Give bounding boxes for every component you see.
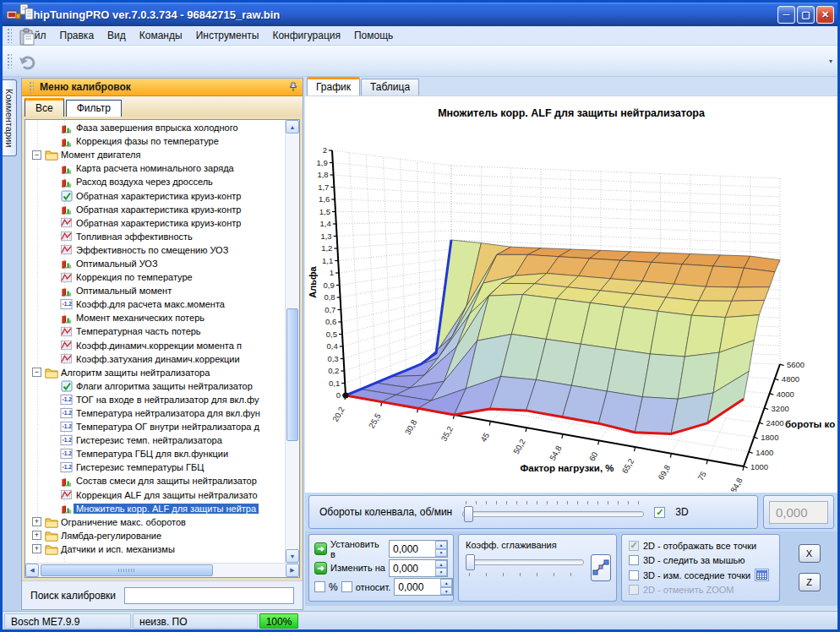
grid-table-icon[interactable] <box>755 569 769 581</box>
menu-item[interactable]: Правка <box>53 27 101 44</box>
menu-item[interactable]: Помощь <box>347 27 400 44</box>
relative-checkbox[interactable] <box>341 581 352 592</box>
set-button[interactable]: Установить в <box>330 539 385 559</box>
collapse-icon[interactable]: − <box>32 150 41 160</box>
change-arrow-icon[interactable]: ➜ <box>314 562 327 575</box>
expand-icon[interactable]: + <box>32 531 41 540</box>
tree-item[interactable]: 1.2Гистерезис темп. нейтрализатора <box>25 433 285 447</box>
tree-item[interactable]: 1.2Коэфф.для расчета макс.момента <box>25 297 285 311</box>
horizontal-scroll-thumb[interactable] <box>41 564 213 576</box>
curve-edit-button[interactable] <box>591 554 611 581</box>
spin-up-icon[interactable] <box>435 560 447 569</box>
tree-folder[interactable]: +Ограничение макс. оборотов <box>25 515 285 529</box>
tree-item[interactable]: Состав смеси для защиты нейтрализатор <box>25 474 285 488</box>
expand-icon[interactable]: + <box>32 544 41 553</box>
tree-horizontal-scrollbar[interactable] <box>25 563 299 577</box>
scroll-left-icon[interactable] <box>25 564 39 577</box>
sidebar-grip[interactable] <box>29 81 34 93</box>
tree-folder[interactable]: +Датчики и исп. механизмы <box>25 542 285 556</box>
title-bar[interactable]: ChipTuningPRO ver.7.0.3.734 - 96842715_r… <box>3 3 837 26</box>
spin-down-icon[interactable] <box>435 549 447 558</box>
tree-item[interactable]: Температурная часть потерь <box>25 324 285 338</box>
tree-item[interactable]: Коррекция фазы по температуре <box>25 134 285 148</box>
tree-item[interactable]: 1.2Гистерезис температуры ГБЦ <box>25 460 285 474</box>
pin-icon[interactable] <box>288 82 298 92</box>
tree-item[interactable]: Момент механических потерь <box>25 311 285 324</box>
change-value[interactable]: 0,000 <box>390 560 435 576</box>
percent-checkbox[interactable] <box>314 581 325 592</box>
minimize-button[interactable]: ─ <box>777 6 795 24</box>
tab-Таблица[interactable]: Таблица <box>361 79 419 95</box>
z-axis-button[interactable]: Z <box>799 573 821 591</box>
spin-up-icon[interactable] <box>440 579 452 587</box>
tree-folder[interactable]: −Момент двигателя <box>25 148 285 161</box>
tree-vertical-scrollbar[interactable] <box>285 120 299 563</box>
set-value-spinner[interactable]: 0,000 <box>389 540 448 558</box>
menu-item[interactable]: Команды <box>133 27 189 44</box>
sidebar-tab-Все[interactable]: Все <box>25 98 64 117</box>
tree-item[interactable]: Коррекция по температуре <box>25 270 285 284</box>
change-value-spinner[interactable]: 0,000 <box>389 559 448 577</box>
tree-item[interactable]: Коэфф.динамич.коррекции момента п <box>25 339 285 352</box>
collapse-icon[interactable]: − <box>32 368 41 377</box>
tree-item[interactable]: Оптимальный момент <box>25 284 285 297</box>
tree-item[interactable]: 1.2Температура ГБЦ для вкл.функции <box>25 447 285 460</box>
tree-item[interactable]: Карта расчета номинального заряда <box>25 161 285 175</box>
tree-item[interactable]: Оптимальный УОЗ <box>25 257 285 270</box>
tree-folder[interactable]: −Алгоритм защиты нейтрализатора <box>25 366 285 379</box>
rpm-slider-thumb[interactable] <box>464 506 473 522</box>
relative-value[interactable]: 0,000 <box>395 579 440 595</box>
change-button[interactable]: Изменить на <box>330 563 385 573</box>
comments-tab[interactable]: Комментарии <box>3 79 17 156</box>
spin-down-icon[interactable] <box>440 587 452 596</box>
view-option-checkbox[interactable] <box>629 555 639 565</box>
undo-icon[interactable] <box>14 50 40 75</box>
menu-item[interactable]: Вид <box>101 27 133 44</box>
smoothing-thumb[interactable] <box>466 554 475 570</box>
paste-icon[interactable] <box>14 25 40 50</box>
tree-item[interactable]: Обратная характеристика круиз-контр <box>25 203 285 216</box>
set-value[interactable]: 0,000 <box>390 541 435 557</box>
tree-item[interactable]: Коррекция ALF для защиты нейтрализато <box>25 488 285 502</box>
tree-item[interactable]: Эффективность по смещению УОЗ <box>25 243 285 257</box>
view-option-checkbox[interactable] <box>629 570 639 580</box>
expand-icon[interactable]: + <box>32 517 41 526</box>
tree-item[interactable]: 1.2Температура ОГ внутри нейтрализатора … <box>25 420 285 433</box>
toolbar-overflow-button[interactable]: ▾ <box>826 57 836 65</box>
smoothing-slider[interactable] <box>466 554 584 576</box>
toolbar-grip[interactable] <box>7 53 12 68</box>
3d-checkbox[interactable] <box>654 507 665 518</box>
relative-value-spinner[interactable]: 0,000 <box>394 578 453 596</box>
smoothing-groove[interactable] <box>466 559 584 565</box>
scroll-up-icon[interactable] <box>286 120 299 133</box>
close-button[interactable]: ✕ <box>816 6 834 24</box>
tree-item[interactable]: Коэфф.затухания динамич.коррекции <box>25 352 285 366</box>
x-axis-button[interactable]: X <box>799 544 821 563</box>
menu-item[interactable]: Инструменты <box>189 27 266 44</box>
maximize-button[interactable]: ▢ <box>797 6 815 24</box>
scroll-down-icon[interactable] <box>286 549 299 563</box>
sidebar-tab-Фильтр[interactable]: Фильтр <box>66 100 122 117</box>
tree-item[interactable]: 1.2Температура нейтрализатора для вкл.фу… <box>25 406 285 420</box>
tree-item[interactable]: Обратная характеристика круиз-контр <box>25 188 285 202</box>
tree-item[interactable]: Топливная эффективность <box>25 230 285 243</box>
tree-folder[interactable]: +Лямбда-регулирование <box>25 529 285 542</box>
tree-item[interactable]: Флаги алгоритма защиты нейтрализатор <box>25 379 285 393</box>
spin-down-icon[interactable] <box>435 568 447 576</box>
spin-up-icon[interactable] <box>435 541 447 549</box>
scroll-right-icon[interactable] <box>286 564 299 577</box>
menu-grip[interactable] <box>7 28 12 43</box>
tree-item[interactable]: Обратная характеристика круиз-контр <box>25 216 285 230</box>
menu-item[interactable]: Конфигурация <box>265 27 347 44</box>
tree-item[interactable]: 1.2ТОГ на входе в нейтрализатор для вкл.… <box>25 393 285 406</box>
tree-item[interactable]: Фаза завершения впрыска холодного <box>25 121 285 134</box>
tree-item[interactable]: Множитель корр. ALF для защиты нейтра <box>25 502 285 515</box>
surface-chart[interactable]: 00,10,20,30,40,50,60,70,80,911,11,21,31,… <box>305 122 836 492</box>
search-input[interactable] <box>124 587 294 604</box>
tree-item[interactable]: Расход воздуха через дроссель <box>25 175 285 188</box>
rpm-slider-groove[interactable] <box>462 511 644 517</box>
set-arrow-icon[interactable]: ➜ <box>314 542 327 555</box>
tab-График[interactable]: График <box>307 77 360 95</box>
vertical-scroll-thumb[interactable] <box>286 308 298 441</box>
value-display[interactable]: 0,000 <box>769 501 828 524</box>
